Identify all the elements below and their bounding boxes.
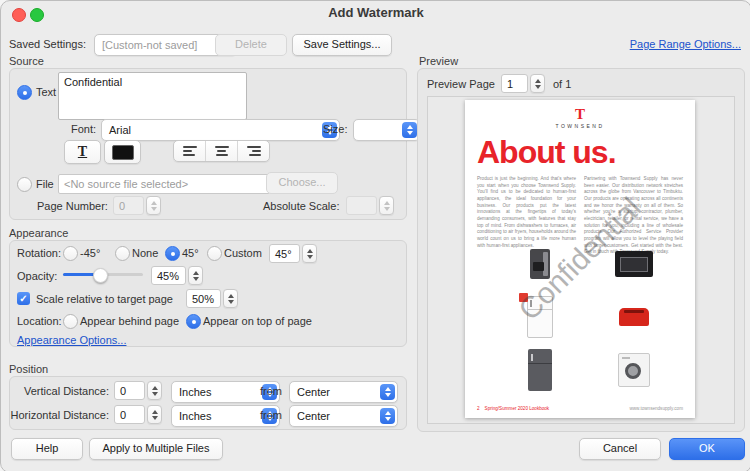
horizontal-distance-value: 0: [114, 405, 145, 424]
stepper-arrows-icon: [302, 244, 317, 263]
color-swatch-icon: [112, 145, 134, 160]
rotation-none-radio[interactable]: [115, 246, 130, 261]
saved-settings-label: Saved Settings:: [9, 38, 86, 50]
alignment-buttons: [173, 140, 270, 162]
align-right-button[interactable]: [237, 141, 269, 161]
source-section-label: Source: [9, 55, 44, 67]
delete-button[interactable]: Delete: [215, 34, 287, 56]
text-radio[interactable]: [17, 85, 32, 100]
stepper-arrows-icon: [530, 74, 545, 93]
source-file-field: <No source file selected>: [58, 174, 270, 194]
townsend-logo: T TOWNSEND: [465, 107, 695, 129]
save-settings-button[interactable]: Save Settings...: [292, 34, 392, 56]
saved-settings-value: [Custom-not saved]: [102, 39, 197, 51]
position-section-label: Position: [9, 363, 48, 375]
text-radio-label: Text: [36, 86, 56, 98]
size-dropdown[interactable]: [353, 119, 420, 141]
ok-button[interactable]: OK: [669, 438, 745, 460]
footer-issue-label: Spring/Summer 2020 Lookbook: [485, 406, 550, 411]
align-right-icon: [247, 146, 261, 156]
rotation-45-label: 45°: [182, 247, 199, 259]
rotation-custom-label: Custom: [224, 247, 262, 259]
stepper-arrows-icon: [188, 266, 203, 285]
vertical-distance-stepper[interactable]: 0: [114, 381, 162, 400]
product-image-toaster: [587, 291, 681, 344]
preview-document-page: T TOWNSEND About us. Product is just the…: [465, 100, 695, 418]
location-label: Location:: [17, 315, 62, 327]
scale-relative-checkbox[interactable]: ✓: [17, 292, 30, 305]
preview-page-count-label: of 1: [553, 78, 571, 90]
scale-relative-label: Scale relative to target page: [36, 293, 173, 305]
cancel-button[interactable]: Cancel: [579, 438, 661, 460]
font-color-button[interactable]: [104, 140, 141, 164]
page-range-options-link[interactable]: Page Range Options...: [630, 38, 741, 50]
close-icon[interactable]: [12, 8, 26, 22]
footer-left: 2 Spring/Summer 2020 Lookbook: [477, 406, 549, 411]
titlebar: Add Watermark: [1, 1, 750, 25]
slider-knob[interactable]: [93, 268, 108, 283]
page-number-label: Page Number:: [37, 200, 108, 212]
align-left-button[interactable]: [174, 141, 205, 161]
vertical-distance-label: Vertical Distance:: [9, 385, 109, 397]
horizontal-distance-label: Horizontal Distance:: [5, 409, 109, 421]
location-on-top-label: Appear on top of page: [203, 315, 312, 327]
absolute-scale-stepper[interactable]: [346, 196, 394, 215]
chevron-updown-icon: [402, 122, 417, 138]
zoom-icon[interactable]: [30, 8, 44, 22]
product-image-freezer: [493, 343, 587, 396]
vertical-anchor-value: Center: [297, 386, 330, 398]
source-file-value: <No source file selected>: [64, 178, 188, 190]
vertical-anchor-dropdown[interactable]: Center: [289, 381, 398, 403]
stepper-arrows-icon: [147, 405, 162, 424]
window-title: Add Watermark: [328, 1, 424, 25]
watermark-text-input[interactable]: Confidential: [58, 72, 247, 120]
appearance-section-label: Appearance: [9, 227, 68, 239]
rotation-minus45-radio[interactable]: [63, 246, 78, 261]
horizontal-from-label: from: [260, 409, 282, 421]
rotation-minus45-label: -45°: [80, 247, 100, 259]
align-center-button[interactable]: [205, 141, 237, 161]
file-radio[interactable]: [17, 177, 32, 192]
custom-rotation-stepper[interactable]: 45°: [269, 244, 317, 263]
appearance-options-link[interactable]: Appearance Options...: [17, 334, 126, 346]
help-button[interactable]: Help: [11, 438, 83, 460]
stepper-arrows-icon: [147, 381, 162, 400]
preview-page-value: 1: [501, 74, 528, 93]
rotation-custom-radio[interactable]: [207, 246, 222, 261]
chevron-updown-icon: [380, 384, 395, 400]
align-center-icon: [215, 146, 229, 156]
preview-section-label: Preview: [419, 55, 458, 67]
opacity-slider[interactable]: [63, 268, 143, 281]
stepper-arrows-icon: [379, 196, 394, 215]
opacity-label: Opacity:: [17, 270, 57, 282]
checkmark-icon: ✓: [19, 293, 27, 304]
text-style-button[interactable]: T: [64, 140, 101, 164]
vertical-from-label: from: [260, 385, 282, 397]
scale-percent-stepper[interactable]: 50%: [186, 289, 238, 308]
rotation-45-radio[interactable]: [165, 246, 180, 261]
absolute-scale-label: Absolute Scale:: [263, 200, 339, 212]
align-left-icon: [183, 146, 197, 156]
file-radio-label: File: [36, 178, 54, 190]
page-number-value: 0: [113, 196, 144, 215]
stepper-arrows-icon: [146, 196, 161, 215]
preview-page-stepper[interactable]: 1: [501, 74, 545, 93]
page-number-stepper[interactable]: 0: [113, 196, 161, 215]
absolute-scale-value: [346, 196, 377, 215]
location-behind-radio[interactable]: [63, 314, 78, 329]
apply-multiple-files-button[interactable]: Apply to Multiple Files: [89, 438, 223, 460]
horizontal-anchor-dropdown[interactable]: Center: [289, 405, 398, 427]
horizontal-distance-stepper[interactable]: 0: [114, 405, 162, 424]
font-value: Arial: [109, 124, 131, 136]
font-dropdown[interactable]: Arial: [101, 119, 340, 141]
location-behind-label: Appear behind page: [80, 315, 179, 327]
horizontal-anchor-value: Center: [297, 410, 330, 422]
preview-page-label: Preview Page: [427, 78, 495, 90]
choose-file-button[interactable]: Choose...: [266, 172, 338, 194]
text-format-icon: T: [78, 145, 87, 159]
location-on-top-radio[interactable]: [186, 314, 201, 329]
opacity-stepper[interactable]: 45%: [151, 266, 203, 285]
horizontal-unit-value: Inches: [179, 410, 211, 422]
font-label: Font:: [71, 123, 96, 135]
document-headline: About us.: [477, 134, 616, 171]
